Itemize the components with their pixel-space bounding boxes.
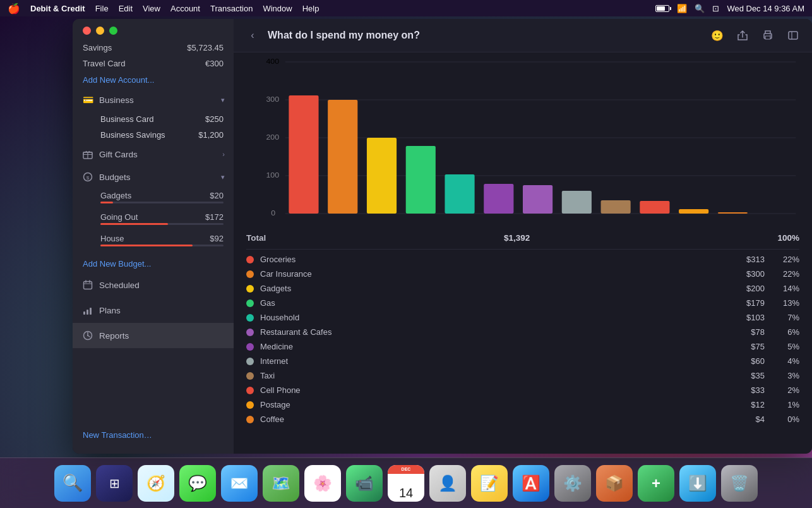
svg-rect-42: [718, 212, 748, 214]
svg-rect-35: [445, 174, 474, 214]
close-button[interactable]: [83, 27, 91, 35]
legend-row: Car Insurance $300 22%: [246, 267, 799, 281]
main-content: ‹ What do I spend my money on? 🙂: [234, 19, 812, 454]
sidebar-section-business[interactable]: 💳 Business ▾: [73, 88, 234, 111]
business-card-label: Business Card: [100, 114, 154, 124]
dock-boxbuddy[interactable]: 📦: [596, 465, 633, 502]
dock-messages[interactable]: 💬: [179, 465, 216, 502]
gadgets-progress-fill: [100, 202, 113, 203]
budget-house[interactable]: House $92: [73, 231, 234, 253]
business-savings-value: $1,200: [198, 130, 224, 140]
giftcard-icon: [81, 148, 94, 160]
going-out-budget-label: Going Out: [100, 212, 138, 222]
new-transaction-link[interactable]: New Transaction…: [73, 423, 234, 447]
legend-amount: $313: [727, 255, 765, 264]
svg-rect-9: [83, 311, 85, 315]
legend-total: Total $1,392 100%: [246, 229, 799, 250]
svg-text:400: 400: [266, 57, 279, 65]
svg-text:0: 0: [271, 209, 275, 217]
legend-dot: [246, 329, 254, 336]
dock-notes[interactable]: 📝: [471, 465, 508, 502]
dock-contacts[interactable]: 👤: [429, 465, 466, 502]
menubar-edit[interactable]: Edit: [119, 4, 133, 13]
dock-appstore[interactable]: 🅰️: [513, 465, 549, 502]
dock-calendar[interactable]: DEC 14: [388, 465, 424, 502]
sidebar-account-savings[interactable]: Savings $5,723.45: [73, 40, 234, 56]
legend-amount: $35: [727, 371, 765, 380]
going-out-budget-value: $172: [205, 212, 224, 222]
menubar-help[interactable]: Help: [302, 4, 319, 13]
dock-finder[interactable]: 🔍: [54, 465, 91, 502]
dock-photos[interactable]: 🌸: [304, 465, 341, 502]
svg-rect-10: [87, 310, 88, 315]
print-button[interactable]: [759, 27, 777, 44]
svg-rect-32: [328, 100, 357, 214]
menubar-view[interactable]: View: [143, 4, 160, 13]
dock-launchpad[interactable]: ⊞: [96, 465, 133, 502]
sidebar-account-travel[interactable]: Travel Card €300: [73, 56, 234, 71]
window-title: What do I spend my money on?: [268, 30, 708, 41]
legend-dot: [246, 358, 254, 365]
house-budget-label: House: [100, 234, 124, 243]
svg-rect-40: [640, 201, 669, 214]
sidebar-section-giftcards[interactable]: Gift Cards ›: [73, 143, 234, 166]
dock-maps[interactable]: 🗺️: [263, 465, 299, 502]
search-icon[interactable]: 🔍: [695, 4, 705, 13]
sidebar-section-budgets[interactable]: $ Budgets ▾: [73, 166, 234, 188]
sidebar-item-scheduled[interactable]: Scheduled: [73, 272, 234, 298]
legend-dot: [246, 343, 254, 351]
fullscreen-button[interactable]: [109, 27, 117, 35]
dock-downloads[interactable]: ⬇️: [679, 465, 716, 502]
menubar-file[interactable]: File: [95, 4, 109, 13]
budget-gadgets[interactable]: Gadgets $20: [73, 188, 234, 210]
legend-amount: $300: [727, 269, 765, 279]
chart-area: 400 300 200 100 0: [234, 52, 812, 454]
giftcards-label: Gift Cards: [99, 150, 138, 159]
dock-settings[interactable]: ⚙️: [554, 465, 591, 502]
menubar-account[interactable]: Account: [170, 4, 200, 13]
sidebar-item-reports[interactable]: Reports: [73, 323, 234, 348]
house-budget-value: $92: [210, 234, 224, 243]
add-account-link[interactable]: Add New Account...: [73, 71, 234, 88]
dock-adder[interactable]: +: [638, 465, 674, 502]
dock-safari[interactable]: 🧭: [138, 465, 174, 502]
controlcenter-icon[interactable]: ⊡: [712, 4, 719, 13]
legend-pct: 3%: [771, 371, 799, 380]
sidebar-business-savings[interactable]: Business Savings $1,200: [73, 127, 234, 143]
sidebar: Savings $5,723.45 Travel Card €300 Add N…: [73, 19, 234, 454]
minimize-button[interactable]: [96, 27, 104, 35]
legend-pct: 13%: [771, 298, 799, 308]
add-budget-link[interactable]: Add New Budget...: [73, 255, 234, 272]
svg-rect-33: [367, 138, 397, 214]
emoji-button[interactable]: 🙂: [708, 27, 726, 44]
travel-value: €300: [205, 59, 224, 68]
total-amount: $1,392: [504, 233, 530, 243]
gadgets-budget-value: $20: [210, 191, 224, 200]
apple-logo[interactable]: 🍎: [8, 3, 20, 15]
budgets-chevron-icon: ▾: [221, 173, 225, 181]
dock-facetime[interactable]: 📹: [346, 465, 383, 502]
dock-mail[interactable]: ✉️: [221, 465, 258, 502]
legend-row: Gadgets $200 14%: [246, 281, 799, 296]
legend-category-name: Groceries: [260, 255, 720, 264]
svg-rect-36: [484, 184, 513, 214]
budgets-label: Budgets: [99, 172, 131, 182]
menubar-window[interactable]: Window: [263, 4, 292, 13]
sidebar-toggle-button[interactable]: [784, 27, 802, 44]
legend-pct: 22%: [771, 269, 799, 279]
share-button[interactable]: [734, 27, 751, 44]
back-button[interactable]: ‹: [244, 27, 261, 44]
sidebar-business-card[interactable]: Business Card $250: [73, 111, 234, 127]
dock-trash[interactable]: 🗑️: [721, 465, 758, 502]
menubar-app-name[interactable]: Debit & Credit: [30, 4, 85, 13]
menubar-transaction[interactable]: Transaction: [210, 4, 253, 13]
sidebar-item-plans[interactable]: Plans: [73, 298, 234, 323]
legend-row: Cell Phone $33 2%: [246, 383, 799, 397]
going-out-progress-fill: [100, 223, 168, 225]
legend-pct: 0%: [771, 414, 799, 424]
legend-rows: Groceries $313 22% Car Insurance $300 22…: [246, 252, 799, 426]
budget-going-out[interactable]: Going Out $172: [73, 210, 234, 231]
chevron-right-icon: ›: [222, 150, 225, 158]
svg-text:300: 300: [266, 95, 279, 103]
legend-amount: $75: [727, 342, 765, 351]
